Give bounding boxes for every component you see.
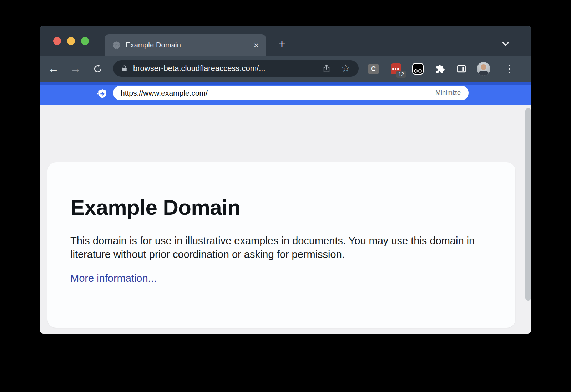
puzzle-icon bbox=[435, 64, 445, 74]
back-button[interactable]: ← bbox=[46, 56, 61, 82]
side-panel-icon bbox=[456, 64, 466, 74]
extension-circles-button[interactable] bbox=[411, 62, 425, 76]
close-window-button[interactable] bbox=[53, 37, 61, 45]
two-circles-icon bbox=[412, 63, 424, 75]
page-content: Example Domain This domain is for use in… bbox=[40, 105, 531, 334]
tab-title: Example Domain bbox=[126, 41, 181, 49]
extension-badge: 12 bbox=[396, 71, 406, 78]
tab-strip: Example Domain × + bbox=[40, 26, 531, 56]
side-panel-button[interactable] bbox=[454, 62, 469, 76]
address-bar-url[interactable]: browser-beta.cloudflareaccess.com/... bbox=[133, 64, 322, 73]
reload-button[interactable] bbox=[91, 56, 105, 82]
tab-close-icon[interactable]: × bbox=[254, 41, 259, 50]
globe-favicon-icon bbox=[112, 41, 121, 49]
minimize-button[interactable]: Minimize bbox=[435, 89, 461, 97]
share-icon[interactable] bbox=[322, 64, 331, 73]
isolation-bar-top-strip bbox=[40, 82, 531, 85]
forward-button[interactable]: → bbox=[69, 56, 83, 82]
extension-c-icon: C bbox=[368, 64, 379, 74]
tab-example-domain[interactable]: Example Domain × bbox=[105, 34, 266, 56]
avatar bbox=[477, 62, 490, 76]
password-dots-icon: 12 bbox=[391, 63, 401, 74]
browser-window: Example Domain × + ← → bbox=[40, 26, 531, 334]
bookmark-star-icon[interactable]: ☆ bbox=[341, 63, 350, 73]
shield-icon bbox=[97, 88, 108, 99]
three-dots-icon bbox=[509, 65, 510, 73]
toolbar: ← → browser-beta.cloudflareaccess.com/..… bbox=[40, 56, 531, 82]
isolation-bar: https://www.example.com/ Minimize bbox=[40, 82, 531, 105]
extension-password-button[interactable]: 12 bbox=[389, 62, 403, 76]
new-tab-button[interactable]: + bbox=[276, 37, 288, 50]
scrollbar-thumb[interactable] bbox=[525, 108, 531, 301]
browser-menu-button[interactable] bbox=[502, 62, 516, 76]
more-information-link[interactable]: More information... bbox=[70, 273, 157, 284]
window-controls bbox=[53, 37, 89, 45]
avatar-head bbox=[481, 64, 486, 70]
isolation-url[interactable]: https://www.example.com/ bbox=[121, 89, 435, 97]
extension-c-button[interactable]: C bbox=[366, 62, 380, 76]
example-domain-card: Example Domain This domain is for use in… bbox=[47, 162, 515, 328]
page-paragraph: This domain is for use in illustrative e… bbox=[70, 234, 482, 261]
desktop-background: Example Domain × + ← → bbox=[0, 0, 571, 392]
avatar-torso bbox=[479, 71, 489, 76]
address-bar[interactable]: browser-beta.cloudflareaccess.com/... ☆ bbox=[113, 60, 359, 77]
minimize-window-button[interactable] bbox=[67, 37, 75, 45]
lock-icon bbox=[120, 65, 128, 73]
isolation-address-bar[interactable]: https://www.example.com/ Minimize bbox=[113, 86, 469, 100]
chevron-down-icon[interactable] bbox=[501, 39, 511, 49]
zoom-window-button[interactable] bbox=[81, 37, 89, 45]
extensions-menu-button[interactable] bbox=[433, 62, 447, 76]
profile-avatar[interactable] bbox=[476, 62, 491, 76]
page-title: Example Domain bbox=[70, 195, 487, 220]
